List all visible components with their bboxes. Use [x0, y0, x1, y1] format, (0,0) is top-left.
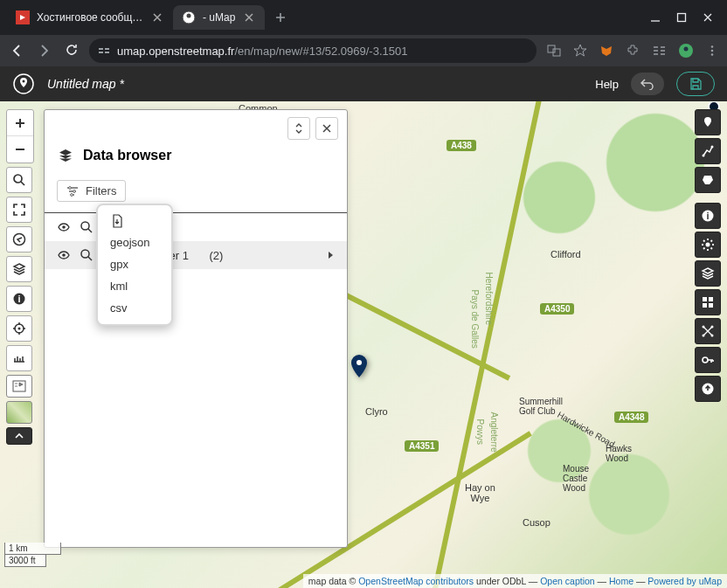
svg-rect-5: [105, 48, 109, 50]
layer-count: (2): [210, 249, 224, 262]
panel-close-button[interactable]: [315, 117, 338, 140]
tilelayer-button[interactable]: [6, 401, 32, 424]
minimize-icon[interactable]: [650, 12, 661, 23]
reload-icon[interactable]: [65, 43, 79, 57]
undo-button[interactable]: [631, 73, 664, 95]
set-center-button[interactable]: [695, 318, 721, 344]
share-button[interactable]: [6, 226, 32, 252]
menu-icon[interactable]: [706, 45, 718, 57]
map-canvas[interactable]: A438 A4350 A4348 A4351 Common Clifford C…: [0, 101, 727, 588]
dropdown-item-csv[interactable]: csv: [98, 297, 171, 319]
permissions-button[interactable]: [695, 347, 721, 373]
site-settings-icon[interactable]: [98, 45, 110, 57]
zoom-out-button[interactable]: [7, 136, 33, 163]
metamask-icon[interactable]: [599, 44, 613, 58]
svg-point-43: [62, 225, 66, 229]
reading-list-icon[interactable]: [652, 44, 666, 58]
layer-row[interactable]: yer 1 (2): [45, 241, 347, 269]
boundary-label: Herefordshire: [484, 273, 494, 326]
info-button[interactable]: i: [6, 286, 32, 312]
star-icon[interactable]: [573, 44, 587, 58]
locate-button[interactable]: [6, 315, 32, 342]
svg-point-11: [684, 47, 689, 52]
caption-button[interactable]: i: [695, 203, 721, 229]
edit-osm-button[interactable]: [6, 375, 32, 398]
translate-icon[interactable]: [547, 44, 561, 58]
fullscreen-button[interactable]: [6, 197, 32, 223]
url-text: umap.openstreetmap.fr/en/map/new/#13/52.…: [117, 45, 407, 58]
maximize-icon[interactable]: [676, 12, 687, 23]
map-title[interactable]: Untitled map *: [47, 77, 583, 91]
svg-rect-31: [709, 297, 713, 301]
road-badge: A438: [447, 140, 476, 151]
zoom-in-button[interactable]: [7, 110, 33, 136]
home-link[interactable]: Home: [609, 576, 634, 586]
dropdown-item-geojson[interactable]: geojson: [98, 232, 171, 253]
manage-layers-button[interactable]: [695, 260, 721, 287]
boundary-label: Powys: [475, 419, 485, 445]
draw-marker-button[interactable]: [695, 109, 721, 135]
app-content: Untitled map * Help A438 A4350 A4348 A43…: [0, 66, 727, 588]
svg-rect-4: [99, 48, 103, 50]
browser-tab-2-active[interactable]: - uMap: [173, 5, 265, 30]
tilelayer-switch-button[interactable]: [695, 289, 721, 315]
search-button[interactable]: [6, 167, 32, 193]
svg-point-12: [711, 45, 714, 48]
close-icon[interactable]: [242, 10, 256, 24]
place-label: Clyro: [365, 406, 388, 417]
osm-link[interactable]: OpenStreetMap contributors: [358, 576, 474, 586]
map-attribution: map data © OpenStreetMap contributors un…: [303, 574, 727, 588]
caption-link[interactable]: Open caption: [540, 576, 594, 586]
powered-link[interactable]: Powered by uMap: [647, 576, 722, 586]
zoom-to-icon[interactable]: [80, 248, 93, 262]
road-badge: A4348: [614, 412, 648, 423]
tab2-title: - uMap: [203, 11, 235, 24]
svg-rect-30: [703, 297, 707, 301]
export-format-dropdown: geojson gpx kml csv: [96, 204, 173, 326]
svg-point-40: [69, 186, 72, 189]
filters-label: Filters: [86, 184, 116, 197]
filters-button[interactable]: Filters: [57, 180, 126, 202]
settings-button[interactable]: [695, 232, 721, 258]
umap-logo-icon[interactable]: [12, 73, 35, 95]
visibility-icon[interactable]: [57, 220, 71, 234]
save-button[interactable]: [676, 72, 715, 96]
draw-line-button[interactable]: [695, 138, 721, 164]
panel-expand-button[interactable]: [287, 117, 310, 140]
extensions-icon[interactable]: [626, 44, 640, 58]
zoom-to-icon[interactable]: [80, 220, 93, 234]
chevron-right-icon[interactable]: [326, 250, 335, 260]
svg-text:i: i: [706, 211, 709, 221]
browser-tab-1[interactable]: Хостинговое сообщество «Tin: [7, 5, 173, 30]
svg-point-23: [18, 328, 21, 330]
collapse-toolbar-button[interactable]: [6, 427, 32, 445]
layers-button[interactable]: [6, 256, 32, 282]
svg-point-29: [706, 243, 710, 247]
scale-km: 1 km: [4, 543, 61, 555]
draw-polygon-button[interactable]: [695, 167, 721, 193]
measure-button[interactable]: [6, 345, 32, 371]
close-icon[interactable]: [150, 10, 164, 24]
svg-point-13: [711, 50, 714, 52]
close-window-icon[interactable]: [703, 12, 713, 23]
place-label: Mouse Castle Wood: [563, 464, 589, 493]
tab1-favicon-icon: [16, 10, 30, 24]
left-toolbar: i: [6, 109, 34, 445]
new-tab-button[interactable]: [268, 5, 293, 30]
map-marker[interactable]: [350, 355, 369, 379]
forward-icon: [37, 43, 52, 59]
dropdown-item-gpx[interactable]: gpx: [98, 253, 171, 275]
svg-point-35: [711, 326, 714, 329]
visibility-icon[interactable]: [57, 248, 71, 262]
svg-point-37: [711, 335, 714, 337]
layer-header-row: [45, 213, 347, 241]
profile-icon[interactable]: [678, 43, 694, 59]
svg-rect-33: [709, 303, 713, 308]
url-field[interactable]: umap.openstreetmap.fr/en/map/new/#13/52.…: [89, 38, 537, 63]
data-browser-panel: Data browser Filters yer 1 (2): [44, 109, 348, 548]
help-link[interactable]: Help: [595, 78, 619, 91]
import-button[interactable]: [695, 376, 721, 402]
tab2-favicon-icon: [182, 10, 196, 24]
back-icon[interactable]: [9, 43, 24, 59]
dropdown-item-kml[interactable]: kml: [98, 275, 171, 297]
